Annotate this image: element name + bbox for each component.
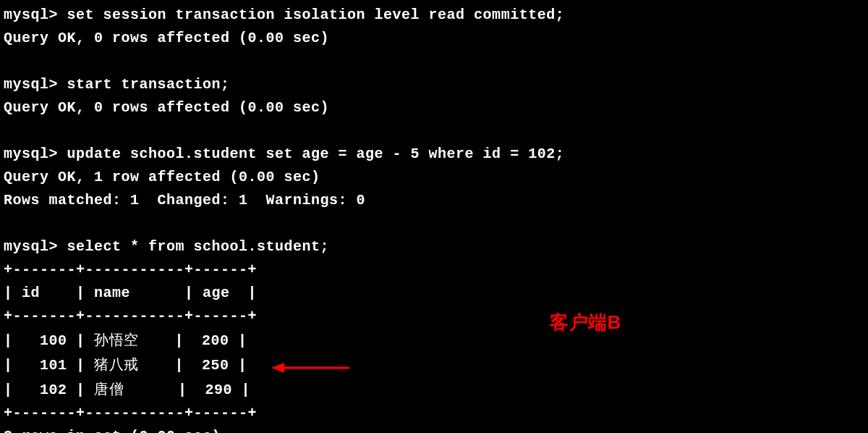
mysql-prompt: mysql> [4,146,58,162]
table-row-1-name: 孙悟空 [94,332,139,348]
result-start-transaction: Query OK, 0 rows affected (0.00 sec) [4,99,329,116]
table-row-1-post: | 200 | [139,332,247,349]
table-border-top: +-------+-----------+------+ [4,261,257,278]
table-row-3-name: 唐僧 [94,381,124,397]
svg-marker-1 [271,363,284,373]
result-set-isolation: Query OK, 0 rows affected (0.00 sec) [4,30,329,46]
mysql-prompt: mysql> [4,238,58,255]
result-update-line2: Rows matched: 1 Changed: 1 Warnings: 0 [4,192,365,209]
result-update-line1: Query OK, 1 row affected (0.00 sec) [4,169,320,185]
command-update: update school.student set age = age - 5 … [67,146,565,162]
table-row-3-pre: | 102 | [4,382,94,398]
annotation-client-b: 客户端B [550,308,621,338]
arrow-icon [271,361,351,375]
table-border-bottom: +-------+-----------+------+ [4,405,257,421]
mysql-prompt: mysql> [4,7,58,23]
table-row-2-pre: | 101 | [4,357,94,374]
result-select-footer: 3 rows in set (0.00 sec) [4,428,221,433]
table-row-2-post: | 250 | [139,357,247,374]
table-row-3-post: | 290 | [124,382,250,398]
command-select: select * from school.student; [67,238,330,255]
table-border-header: +-------+-----------+------+ [4,308,257,324]
table-header: | id | name | age | [4,285,257,301]
command-start-transaction: start transaction; [67,76,230,93]
mysql-prompt: mysql> [4,76,58,93]
terminal-output: mysql> set session transaction isolation… [4,4,864,433]
table-row-1-pre: | 100 | [4,332,94,349]
command-set-isolation: set session transaction isolation level … [67,7,565,23]
table-row-2-name: 猪八戒 [94,356,139,372]
